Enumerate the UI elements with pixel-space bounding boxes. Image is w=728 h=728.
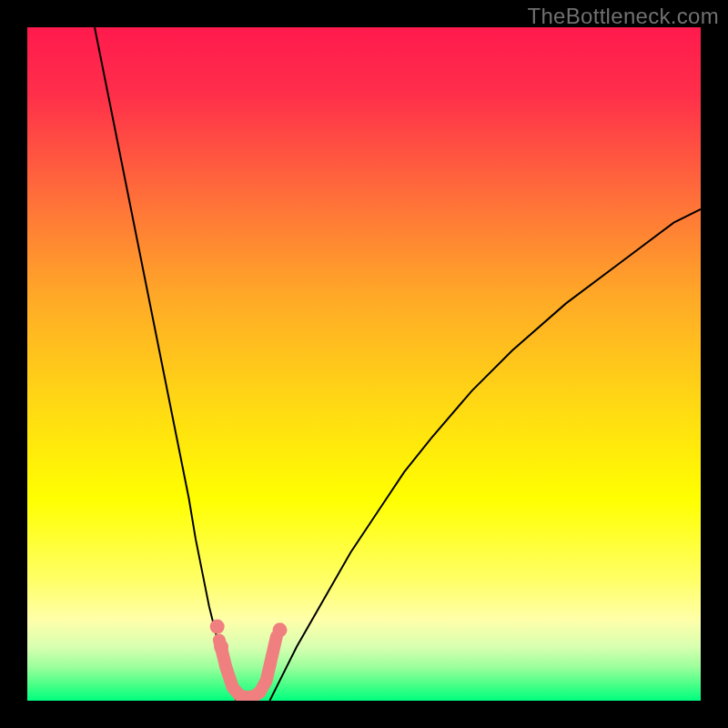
valley-dot [210,620,225,634]
valley-dot [273,622,288,637]
plot-area [27,27,701,701]
chart-outer: TheBottleneck.com [0,0,728,728]
valley-dot [214,640,228,654]
right-branch-curve [269,209,701,701]
left-branch-curve [95,27,236,701]
curves-layer [27,27,701,701]
watermark-text: TheBottleneck.com [527,4,719,29]
